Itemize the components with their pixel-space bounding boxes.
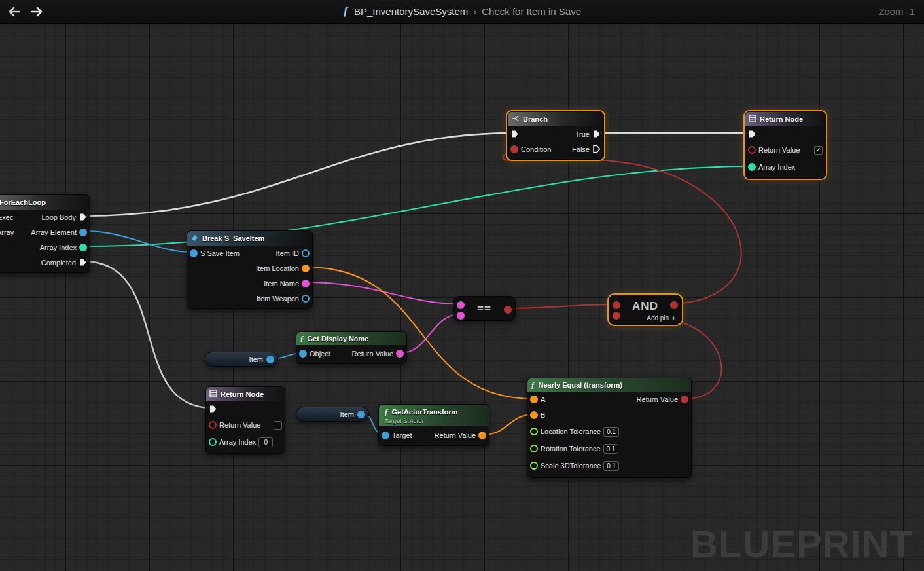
add-pin-label: Add pin: [647, 314, 669, 322]
return-value-checkbox[interactable]: [274, 421, 282, 430]
true-exec-pin[interactable]: [592, 130, 601, 138]
item-location-pin[interactable]: [302, 265, 310, 272]
pin-label-loop-body: Loop Body: [41, 213, 76, 221]
exec-in-pin[interactable]: [748, 130, 756, 138]
node-header[interactable]: ƒ GetActorTransform Target is Actor: [379, 405, 489, 426]
node-return-top[interactable]: Return Node Return Value Array Index: [745, 111, 826, 179]
completed-exec-pin[interactable]: [79, 258, 87, 267]
node-return-bottom[interactable]: Return Node Return Value Array Index 0: [205, 386, 285, 454]
rotation-tolerance-pin[interactable]: [530, 445, 538, 452]
array-index-pin[interactable]: [209, 438, 217, 446]
and-input-a-pin[interactable]: [613, 301, 620, 309]
rotation-tolerance-value[interactable]: 0.1: [603, 444, 619, 454]
return-value-pin[interactable]: [681, 396, 688, 403]
item-weapon-pin[interactable]: [302, 295, 310, 303]
node-break-save-item[interactable]: Break S_SaveItem S Save Item Item ID Ite…: [187, 230, 313, 309]
exec-in-pin[interactable]: [510, 130, 519, 138]
pin-label-array-index: Array Index: [219, 438, 256, 446]
node-title: Branch: [523, 115, 548, 123]
node-header[interactable]: ForEachLoop: [0, 195, 90, 210]
pin-label-true: True: [575, 130, 590, 138]
pin-label-return-value: Return Value: [219, 421, 260, 429]
node-title: ForEachLoop: [0, 198, 46, 206]
blueprint-editor: BLUEPRINT: [0, 0, 924, 571]
equal-output-pin[interactable]: [504, 306, 512, 314]
plus-icon: +: [671, 314, 675, 322]
node-header[interactable]: ƒ Get Display Name: [296, 332, 406, 345]
node-header[interactable]: Return Node: [206, 387, 285, 401]
function-icon: ƒ: [300, 333, 304, 344]
variable-label: Item: [249, 356, 263, 363]
node-title: Return Node: [221, 390, 264, 398]
node-item-variable-2[interactable]: Item: [296, 407, 369, 422]
breadcrumb-separator-icon: ›: [473, 6, 476, 17]
node-title: Get Display Name: [308, 335, 369, 342]
target-pin[interactable]: [382, 432, 389, 439]
item-output-pin[interactable]: [357, 411, 365, 418]
object-pin[interactable]: [299, 350, 307, 358]
equal-input-a-pin[interactable]: [457, 301, 465, 309]
return-value-pin[interactable]: [396, 350, 404, 358]
condition-pin[interactable]: [510, 145, 518, 153]
node-get-actor-transform[interactable]: ƒ GetActorTransform Target is Actor Targ…: [378, 404, 489, 446]
item-id-pin[interactable]: [302, 249, 310, 257]
node-title: Nearly Equal (transform): [539, 381, 622, 389]
return-value-pin[interactable]: [748, 146, 756, 154]
node-subtitle: Target is Actor: [384, 417, 424, 424]
nav-arrows: [0, 6, 43, 18]
node-title: Break S_SaveItem: [202, 234, 264, 242]
node-item-variable-1[interactable]: Item: [205, 352, 278, 367]
a-pin[interactable]: [530, 396, 538, 403]
array-index-pin[interactable]: [748, 163, 756, 171]
pin-label-b: B: [541, 411, 545, 419]
node-branch[interactable]: Branch True Condition False: [507, 111, 604, 160]
pin-label-location-tolerance: Location Tolerance: [541, 428, 601, 435]
scale-tolerance-value[interactable]: 0.1: [603, 461, 619, 471]
pin-label-return-value: Return Value: [435, 432, 476, 439]
node-header[interactable]: ƒ Nearly Equal (transform): [527, 378, 691, 392]
node-header[interactable]: Return Node: [745, 112, 825, 126]
blueprint-name[interactable]: BP_InventorySaveSystem: [354, 6, 468, 17]
add-pin-button[interactable]: Add pin +: [647, 314, 675, 322]
array-index-pin[interactable]: [79, 244, 87, 251]
node-get-display-name[interactable]: ƒ Get Display Name Object Return Value: [296, 331, 407, 364]
save-item-in-pin[interactable]: [190, 249, 198, 257]
item-name-pin[interactable]: [302, 280, 310, 287]
pin-label-object: Object: [310, 350, 330, 358]
exec-in-pin[interactable]: [209, 405, 217, 413]
false-exec-pin[interactable]: [592, 145, 601, 153]
equal-input-b-pin[interactable]: [457, 312, 465, 320]
forward-button[interactable]: [30, 6, 43, 18]
pin-label-return-value: Return Value: [352, 350, 393, 358]
and-input-b-pin[interactable]: [613, 312, 620, 320]
item-output-pin[interactable]: [266, 356, 274, 363]
return-value-checkbox[interactable]: [814, 146, 823, 155]
pin-label-false: False: [572, 145, 590, 153]
graph-name: Check for Item in Save: [482, 6, 581, 17]
node-title-row: ƒ GetActorTransform: [384, 407, 457, 417]
array-index-value[interactable]: 0: [258, 437, 273, 447]
node-foreachloop[interactable]: ForEachLoop Exec Loop Body Array Array E…: [0, 194, 90, 273]
return-node-icon: [749, 115, 756, 124]
pin-label-array-element: Array Element: [31, 229, 77, 236]
node-and[interactable]: AND Add pin +: [609, 295, 682, 325]
function-graph-icon: ƒ: [343, 5, 349, 18]
b-pin[interactable]: [530, 411, 538, 419]
pin-label-save-item: S Save Item: [200, 249, 240, 257]
node-equal[interactable]: ==: [453, 296, 516, 321]
node-header[interactable]: Branch: [508, 112, 603, 126]
return-value-pin[interactable]: [478, 432, 486, 439]
location-tolerance-pin[interactable]: [530, 428, 538, 435]
location-tolerance-value[interactable]: 0.1: [603, 427, 619, 437]
loop-body-exec-pin[interactable]: [79, 213, 87, 221]
node-nearly-equal[interactable]: ƒ Nearly Equal (transform) A Return Valu…: [527, 378, 692, 478]
scale-tolerance-pin[interactable]: [530, 462, 538, 470]
return-value-pin[interactable]: [209, 421, 217, 429]
node-header[interactable]: Break S_SaveItem: [187, 231, 312, 246]
and-output-pin[interactable]: [670, 301, 678, 309]
pin-label-array-index: Array Index: [758, 163, 795, 171]
array-element-pin[interactable]: [79, 229, 87, 236]
pin-label-item-location: Item Location: [256, 265, 299, 272]
back-button[interactable]: [8, 6, 21, 18]
break-struct-icon: [190, 234, 199, 244]
